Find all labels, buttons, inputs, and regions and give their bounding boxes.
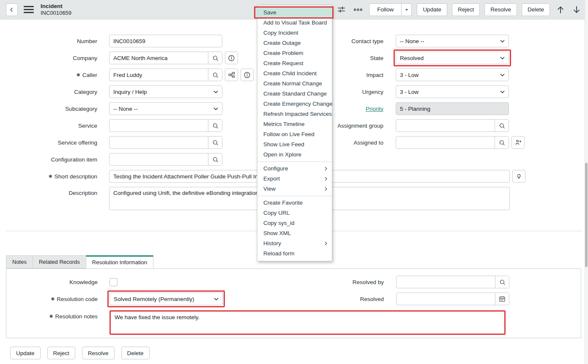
up-arrow-button[interactable] [555,3,566,16]
header-delete-button[interactable]: Delete [522,3,550,16]
menu-item-export[interactable]: Export [257,174,332,184]
menu-item-refresh-impacted-services[interactable]: Refresh Impacted Services [257,109,332,119]
menu-item-create-outage[interactable]: Create Outage [257,38,332,48]
down-arrow-button[interactable] [571,3,582,16]
configuration_item-search-button[interactable] [208,153,222,165]
service-search-button[interactable] [208,120,222,131]
service_offering-search-button[interactable] [208,137,222,148]
caller-label: ✱Caller [0,72,97,78]
footer-buttons: UpdateRejectResolveDelete [10,347,150,359]
resolved-field[interactable] [396,293,509,305]
menu-group: Create FavoriteCopy URLCopy sys_idShow X… [257,198,332,259]
company-info-button[interactable] [225,52,238,64]
menu-item-history[interactable]: History [257,238,332,249]
menu-item-label: Create Favorite [263,200,303,206]
caller-search-button[interactable] [208,69,222,81]
contact_type-field[interactable]: -- None -- [396,35,509,47]
footer-delete-button[interactable]: Delete [121,347,150,359]
assigned_to-field[interactable] [396,136,509,149]
assigned_to-search-button[interactable] [495,137,509,148]
back-button[interactable] [6,3,18,16]
menu-item-save[interactable]: Save [257,8,332,18]
follow-button[interactable]: Follow [369,3,402,16]
caller-info-button[interactable] [241,68,254,81]
menu-item-create-emergency-change[interactable]: Create Emergency Change [257,99,332,109]
company-field[interactable]: ACME North America [109,52,222,64]
knowledge-checkbox[interactable] [109,278,118,286]
chevron-down-icon [209,89,222,95]
submenu-arrow-icon [323,176,329,182]
resolved_by-search-button[interactable] [495,276,509,288]
subcategory-field[interactable]: -- None -- [109,102,222,115]
assignment_group-search-button[interactable] [495,120,509,131]
menu-item-reload-form[interactable]: Reload form [257,249,332,259]
resolved-label-text: Resolved [360,296,384,302]
menu-item-add-to-visual-task-board[interactable]: Add to Visual Task Board [257,18,332,28]
menu-item-show-live-feed[interactable]: Show Live Feed [257,140,332,150]
state-field[interactable]: Resolved [396,52,509,64]
menu-item-label: History [263,240,281,246]
resolved-calendar-button[interactable] [495,293,509,305]
tab-related-records[interactable]: Related Records [33,255,86,268]
resolved_by-field[interactable] [396,276,509,288]
knowledge-label-text: Knowledge [69,279,98,285]
header-update-button[interactable]: Update [417,3,447,16]
menu-item-create-standard-change[interactable]: Create Standard Change [257,89,332,99]
scrollbar-thumb[interactable] [585,163,588,267]
priority-controls: 5 - Planning [396,102,509,115]
caller-label-text: Caller [82,72,97,78]
menu-item-copy-incident[interactable]: Copy Incident [257,28,332,38]
menu-item-open-in-xplore[interactable]: Open in Xplore [257,150,332,160]
menu-item-view[interactable]: View [257,184,332,194]
chevron-down-icon [496,89,509,95]
submenu-arrow-icon [323,166,329,172]
short_description-suggestion-button[interactable] [512,170,525,183]
menu-item-copy-sys-id[interactable]: Copy sys_id [257,218,332,228]
impact-field[interactable]: 3 - Low [396,68,509,81]
subcategory-value: -- None -- [109,106,209,112]
footer-update-button[interactable]: Update [10,347,41,359]
form-context-menu-button[interactable] [24,6,34,14]
urgency-field[interactable]: 3 - Low [396,85,509,98]
footer-resolve-button[interactable]: Resolve [82,347,115,359]
menu-item-create-normal-change[interactable]: Create Normal Change [257,79,332,89]
header-resolve-button[interactable]: Resolve [484,3,517,16]
priority-label-text[interactable]: Priority [366,106,383,112]
menu-item-configure[interactable]: Configure [257,164,332,174]
company-search-button[interactable] [208,52,222,64]
menu-item-create-problem[interactable]: Create Problem [257,48,332,58]
required-marker: ✱ [49,314,53,319]
menu-item-label: Refresh Impacted Services [263,111,332,117]
number-field[interactable]: INC0010659 [109,35,222,47]
personalize-form-icon[interactable] [335,3,347,16]
service-field[interactable] [109,119,222,132]
company-label-text: Company [73,55,97,61]
menu-item-metrics-timeline[interactable]: Metrics Timeline [257,119,332,129]
header-reject-button[interactable]: Reject [452,3,480,16]
more-options-icon[interactable] [352,3,364,16]
service_offering-field[interactable] [109,136,222,149]
follow-dropdown-button[interactable] [402,3,412,16]
short_description-label: ✱Short description [0,173,97,180]
menu-item-follow-on-live-feed[interactable]: Follow on Live Feed [257,129,332,140]
tab-notes[interactable]: Notes [6,255,33,268]
menu-item-copy-url[interactable]: Copy URL [257,208,332,218]
assignment_group-field[interactable] [396,119,509,132]
caller-hierarchy-button[interactable] [225,68,238,81]
category-field[interactable]: Inquiry / Help [109,85,222,98]
menu-item-show-xml[interactable]: Show XML [257,228,332,238]
menu-item-create-child-incident[interactable]: Create Child Incident [257,68,332,79]
menu-item-create-request[interactable]: Create Request [257,58,332,68]
menu-item-label: Open in Xplore [263,151,301,158]
assigned_to-add-person-button[interactable] [511,136,525,149]
caller-field[interactable]: Fred Luddy [109,68,222,81]
configuration_item-field[interactable] [109,153,222,166]
service-label: Service [0,123,97,129]
chevron-down-icon [496,38,509,44]
tab-resolution-information[interactable]: Resolution Information [86,255,153,269]
menu-item-create-favorite[interactable]: Create Favorite [257,198,332,208]
menu-item-label: Copy Incident [263,30,298,36]
resolution_code-field[interactable]: Solved Remotely (Permanently) [109,293,223,305]
resolution_notes-field[interactable]: We have fixed the issue remotely. [109,310,506,335]
footer-reject-button[interactable]: Reject [47,347,75,359]
